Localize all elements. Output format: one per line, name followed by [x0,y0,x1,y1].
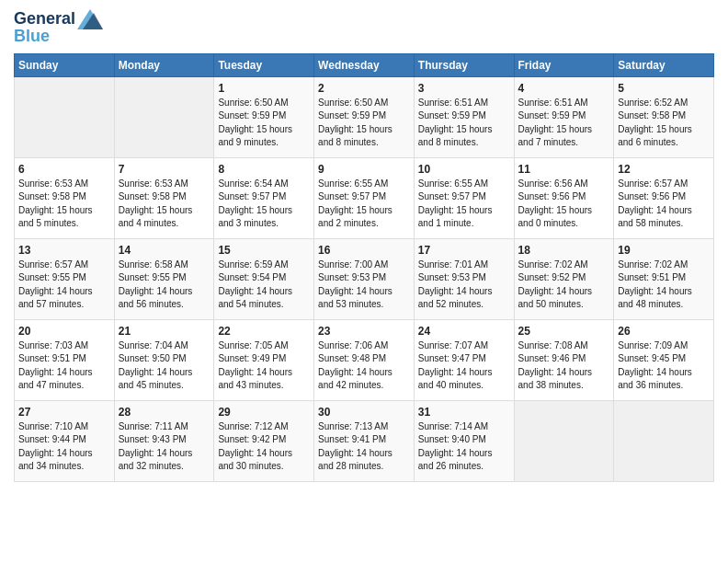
day-info: Sunrise: 6:55 AM Sunset: 9:57 PM Dayligh… [418,178,510,231]
calendar-cell: 13Sunrise: 6:57 AM Sunset: 9:55 PM Dayli… [15,238,115,319]
day-number: 4 [518,82,610,95]
day-number: 14 [119,244,210,257]
calendar-cell: 31Sunrise: 7:14 AM Sunset: 9:40 PM Dayli… [414,400,514,481]
day-info: Sunrise: 7:05 AM Sunset: 9:49 PM Dayligh… [218,339,310,393]
day-info: Sunrise: 6:51 AM Sunset: 9:59 PM Dayligh… [518,97,610,150]
calendar-cell: 3Sunrise: 6:51 AM Sunset: 9:59 PM Daylig… [414,76,514,157]
calendar-cell: 18Sunrise: 7:02 AM Sunset: 9:52 PM Dayli… [514,238,614,319]
day-number: 30 [318,406,410,419]
day-info: Sunrise: 7:01 AM Sunset: 9:53 PM Dayligh… [418,259,510,312]
page-container: General Blue SundayMondayTuesdayWednesda… [0,0,728,491]
calendar-cell [15,76,115,157]
calendar-cell: 20Sunrise: 7:03 AM Sunset: 9:51 PM Dayli… [15,319,115,400]
weekday-header-monday: Monday [114,53,214,76]
calendar-cell: 22Sunrise: 7:05 AM Sunset: 9:49 PM Dayli… [214,319,314,400]
day-number: 18 [518,244,610,257]
day-number: 9 [318,163,410,176]
day-info: Sunrise: 6:57 AM Sunset: 9:55 PM Dayligh… [18,259,110,312]
calendar-cell: 9Sunrise: 6:55 AM Sunset: 9:57 PM Daylig… [314,157,415,238]
day-number: 28 [119,406,210,419]
day-info: Sunrise: 7:13 AM Sunset: 9:41 PM Dayligh… [318,420,410,474]
calendar-cell: 4Sunrise: 6:51 AM Sunset: 9:59 PM Daylig… [514,76,614,157]
day-info: Sunrise: 7:03 AM Sunset: 9:51 PM Dayligh… [18,339,110,393]
day-number: 2 [318,82,410,95]
calendar-cell: 10Sunrise: 6:55 AM Sunset: 9:57 PM Dayli… [414,157,514,238]
day-info: Sunrise: 7:14 AM Sunset: 9:40 PM Dayligh… [418,420,510,474]
day-info: Sunrise: 6:56 AM Sunset: 9:56 PM Dayligh… [518,178,610,231]
calendar-cell: 6Sunrise: 6:53 AM Sunset: 9:58 PM Daylig… [15,157,115,238]
day-number: 20 [18,325,110,338]
day-number: 22 [218,325,310,338]
day-info: Sunrise: 7:02 AM Sunset: 9:51 PM Dayligh… [618,259,710,312]
day-number: 1 [218,82,310,95]
weekday-header-sunday: Sunday [15,53,115,76]
calendar-cell [514,400,614,481]
day-info: Sunrise: 6:55 AM Sunset: 9:57 PM Dayligh… [318,178,410,231]
day-number: 25 [518,325,610,338]
calendar-cell: 7Sunrise: 6:53 AM Sunset: 9:58 PM Daylig… [114,157,214,238]
day-number: 26 [618,325,710,338]
day-info: Sunrise: 6:53 AM Sunset: 9:58 PM Dayligh… [119,178,210,231]
day-number: 21 [119,325,210,338]
weekday-header-tuesday: Tuesday [214,53,314,76]
day-info: Sunrise: 6:53 AM Sunset: 9:58 PM Dayligh… [18,178,110,231]
calendar-cell: 24Sunrise: 7:07 AM Sunset: 9:47 PM Dayli… [414,319,514,400]
calendar-cell: 14Sunrise: 6:58 AM Sunset: 9:55 PM Dayli… [114,238,214,319]
calendar-week-row: 1Sunrise: 6:50 AM Sunset: 9:59 PM Daylig… [15,76,714,157]
calendar-table: SundayMondayTuesdayWednesdayThursdayFrid… [14,53,714,482]
calendar-cell: 12Sunrise: 6:57 AM Sunset: 9:56 PM Dayli… [614,157,714,238]
calendar-week-row: 6Sunrise: 6:53 AM Sunset: 9:58 PM Daylig… [15,157,714,238]
day-number: 6 [18,163,110,176]
day-number: 31 [418,406,510,419]
calendar-week-row: 20Sunrise: 7:03 AM Sunset: 9:51 PM Dayli… [15,319,714,400]
day-number: 24 [418,325,510,338]
weekday-header-wednesday: Wednesday [314,53,415,76]
logo-text: General [14,10,75,29]
day-info: Sunrise: 6:57 AM Sunset: 9:56 PM Dayligh… [618,178,710,231]
day-number: 3 [418,82,510,95]
logo: General Blue [14,9,103,46]
day-number: 23 [318,325,410,338]
day-info: Sunrise: 6:50 AM Sunset: 9:59 PM Dayligh… [218,97,310,150]
calendar-cell: 1Sunrise: 6:50 AM Sunset: 9:59 PM Daylig… [214,76,314,157]
day-number: 29 [218,406,310,419]
day-info: Sunrise: 7:10 AM Sunset: 9:44 PM Dayligh… [18,420,110,474]
day-number: 19 [618,244,710,257]
logo-blue: Blue [14,27,50,45]
header: General Blue [14,9,714,46]
day-info: Sunrise: 7:07 AM Sunset: 9:47 PM Dayligh… [418,339,510,393]
day-info: Sunrise: 6:59 AM Sunset: 9:54 PM Dayligh… [218,259,310,312]
day-info: Sunrise: 6:51 AM Sunset: 9:59 PM Dayligh… [418,97,510,150]
calendar-cell: 30Sunrise: 7:13 AM Sunset: 9:41 PM Dayli… [314,400,415,481]
calendar-cell [614,400,714,481]
day-number: 8 [218,163,310,176]
calendar-cell: 2Sunrise: 6:50 AM Sunset: 9:59 PM Daylig… [314,76,415,157]
day-number: 15 [218,244,310,257]
day-info: Sunrise: 6:54 AM Sunset: 9:57 PM Dayligh… [218,178,310,231]
day-info: Sunrise: 7:06 AM Sunset: 9:48 PM Dayligh… [318,339,410,393]
calendar-cell: 16Sunrise: 7:00 AM Sunset: 9:53 PM Dayli… [314,238,415,319]
day-info: Sunrise: 6:58 AM Sunset: 9:55 PM Dayligh… [119,259,210,312]
calendar-cell [114,76,214,157]
logo-icon [77,9,103,29]
day-info: Sunrise: 7:04 AM Sunset: 9:50 PM Dayligh… [119,339,210,393]
calendar-cell: 28Sunrise: 7:11 AM Sunset: 9:43 PM Dayli… [114,400,214,481]
day-info: Sunrise: 6:50 AM Sunset: 9:59 PM Dayligh… [318,97,410,150]
weekday-header-row: SundayMondayTuesdayWednesdayThursdayFrid… [15,53,714,76]
day-info: Sunrise: 7:02 AM Sunset: 9:52 PM Dayligh… [518,259,610,312]
weekday-header-thursday: Thursday [414,53,514,76]
calendar-cell: 27Sunrise: 7:10 AM Sunset: 9:44 PM Dayli… [15,400,115,481]
calendar-week-row: 13Sunrise: 6:57 AM Sunset: 9:55 PM Dayli… [15,238,714,319]
calendar-cell: 29Sunrise: 7:12 AM Sunset: 9:42 PM Dayli… [214,400,314,481]
day-info: Sunrise: 7:08 AM Sunset: 9:46 PM Dayligh… [518,339,610,393]
calendar-cell: 26Sunrise: 7:09 AM Sunset: 9:45 PM Dayli… [614,319,714,400]
day-number: 13 [18,244,110,257]
weekday-header-saturday: Saturday [614,53,714,76]
calendar-cell: 21Sunrise: 7:04 AM Sunset: 9:50 PM Dayli… [114,319,214,400]
day-number: 12 [618,163,710,176]
day-info: Sunrise: 7:09 AM Sunset: 9:45 PM Dayligh… [618,339,710,393]
day-number: 16 [318,244,410,257]
calendar-week-row: 27Sunrise: 7:10 AM Sunset: 9:44 PM Dayli… [15,400,714,481]
day-info: Sunrise: 6:52 AM Sunset: 9:58 PM Dayligh… [618,97,710,150]
day-number: 17 [418,244,510,257]
